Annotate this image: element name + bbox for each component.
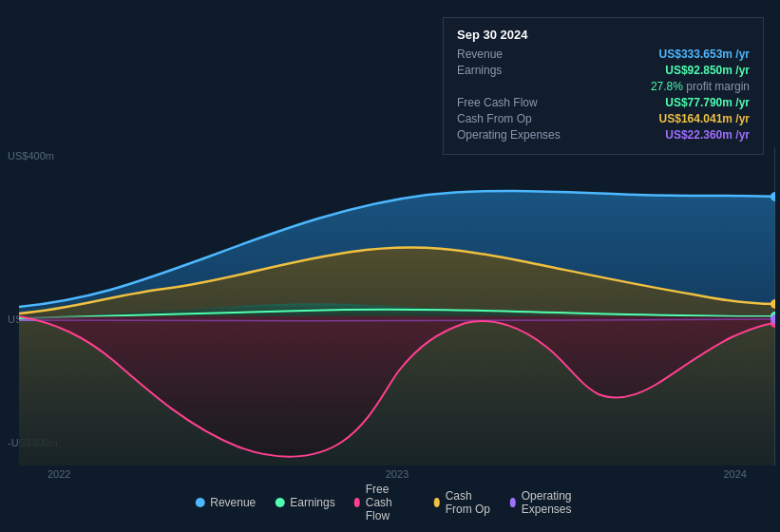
tooltip-row-fcf: Free Cash Flow US$77.790m /yr	[457, 96, 750, 109]
tooltip-row-earnings: Earnings US$92.850m /yr	[457, 64, 750, 77]
cashfromop-value: US$164.041m /yr	[659, 112, 750, 125]
opex-value: US$22.360m /yr	[665, 128, 750, 142]
tooltip-row-cashfromop: Cash From Op US$164.041m /yr	[457, 112, 750, 125]
cashfromop-label: Cash From Op	[457, 112, 561, 125]
chart-legend: Revenue Earnings Free Cash Flow Cash Fro…	[195, 483, 585, 522]
x-label-2022: 2022	[48, 468, 70, 480]
revenue-value: US$333.653m /yr	[659, 48, 750, 61]
earnings-label: Earnings	[457, 64, 561, 77]
legend-opex: Operating Expenses	[510, 489, 585, 516]
fcf-legend-label: Free Cash Flow	[366, 483, 415, 522]
earnings-legend-label: Earnings	[290, 496, 334, 509]
opex-label: Operating Expenses	[457, 128, 561, 142]
earnings-value: US$92.850m /yr	[665, 64, 750, 77]
fcf-label: Free Cash Flow	[457, 96, 561, 109]
tooltip-date: Sep 30 2024	[457, 28, 750, 42]
fcf-legend-dot	[354, 498, 360, 507]
cashfromop-legend-dot	[434, 498, 440, 507]
legend-revenue: Revenue	[195, 496, 256, 509]
x-label-2024: 2024	[724, 468, 747, 480]
legend-fcf: Free Cash Flow	[354, 483, 415, 522]
profit-margin: 27.8% profit margin	[651, 80, 750, 93]
tooltip-row-margin: 27.8% profit margin	[457, 80, 750, 93]
fcf-value: US$77.790m /yr	[665, 96, 750, 109]
chart-svg	[19, 147, 775, 466]
revenue-label: Revenue	[457, 48, 561, 61]
revenue-legend-label: Revenue	[210, 496, 256, 509]
opex-legend-dot	[510, 498, 516, 507]
tooltip-card: Sep 30 2024 Revenue US$333.653m /yr Earn…	[443, 17, 764, 155]
tooltip-row-revenue: Revenue US$333.653m /yr	[457, 48, 750, 61]
earnings-legend-dot	[275, 498, 284, 507]
legend-cashfromop: Cash From Op	[434, 489, 491, 516]
legend-earnings: Earnings	[275, 496, 334, 509]
tooltip-row-opex: Operating Expenses US$22.360m /yr	[457, 128, 750, 142]
x-label-2023: 2023	[386, 468, 409, 480]
x-axis-labels: 2022 2023 2024	[19, 468, 775, 480]
revenue-legend-dot	[195, 498, 204, 507]
cashfromop-legend-label: Cash From Op	[446, 489, 491, 516]
opex-legend-label: Operating Expenses	[522, 489, 585, 516]
